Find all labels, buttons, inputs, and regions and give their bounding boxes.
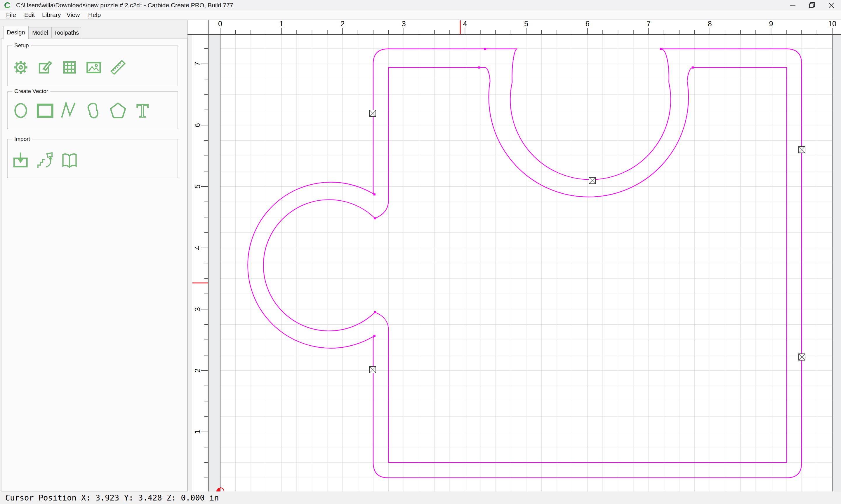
minimize-button[interactable] bbox=[783, 0, 803, 11]
close-button[interactable] bbox=[822, 0, 841, 11]
tab-model[interactable]: Model bbox=[29, 27, 52, 38]
start-point-marker[interactable] bbox=[370, 110, 376, 116]
title-bar: C C:\Users\willa\Downloads\new puzzle # … bbox=[0, 0, 841, 11]
restore-button[interactable] bbox=[803, 0, 822, 11]
text-icon: T bbox=[133, 101, 152, 120]
design-side-panel: SetupCreate VectorTImport bbox=[1, 38, 187, 491]
svg-text:1: 1 bbox=[193, 430, 202, 434]
document-edit-icon bbox=[37, 59, 53, 75]
group-label: Setup bbox=[12, 42, 31, 49]
design-canvas[interactable]: 0123456789101234567 bbox=[187, 20, 841, 491]
grid-lines bbox=[220, 34, 832, 491]
svg-text:2: 2 bbox=[341, 20, 345, 28]
rectangle-button[interactable] bbox=[36, 101, 55, 120]
vector-node-dot[interactable] bbox=[692, 67, 694, 69]
svg-text:0: 0 bbox=[218, 20, 222, 28]
job-setup-icon bbox=[13, 59, 29, 75]
import-file-icon bbox=[12, 151, 30, 169]
import-file-button[interactable] bbox=[12, 151, 30, 169]
svg-text:4: 4 bbox=[463, 20, 467, 28]
rectangle-icon bbox=[36, 101, 55, 120]
start-point-marker[interactable] bbox=[589, 177, 596, 184]
polygon-icon bbox=[109, 101, 127, 120]
polyline-button[interactable] bbox=[60, 101, 79, 120]
vertical-ruler bbox=[192, 20, 208, 491]
horizontal-ruler bbox=[187, 20, 841, 34]
background-image-icon bbox=[86, 59, 102, 75]
job-setup-button[interactable] bbox=[13, 59, 29, 75]
grid-button[interactable] bbox=[61, 59, 78, 75]
svg-text:6: 6 bbox=[585, 20, 589, 28]
start-point-marker[interactable] bbox=[799, 146, 805, 153]
svg-text:9: 9 bbox=[769, 20, 773, 28]
vector-node-dot[interactable] bbox=[374, 311, 376, 313]
polyline-icon bbox=[60, 101, 79, 120]
menu-edit[interactable]: Edit bbox=[23, 11, 36, 19]
vector-node-dot[interactable] bbox=[660, 48, 662, 50]
trace-image-icon bbox=[36, 151, 54, 169]
background-image-button[interactable] bbox=[86, 59, 102, 75]
vector-node-dot[interactable] bbox=[374, 217, 376, 219]
carbide-create-window: { "window": { "title": "C:\\Users\\willa… bbox=[0, 0, 841, 504]
menu-bar: FileEditLibraryViewHelp bbox=[0, 11, 841, 20]
group-label: Import bbox=[12, 136, 32, 142]
vector-node-dot[interactable] bbox=[478, 67, 480, 69]
text-button[interactable]: T bbox=[133, 101, 152, 120]
svg-text:2: 2 bbox=[193, 368, 202, 373]
svg-text:6: 6 bbox=[193, 123, 202, 127]
trace-image-button[interactable] bbox=[36, 151, 54, 169]
start-point-marker[interactable] bbox=[370, 367, 376, 373]
svg-text:5: 5 bbox=[193, 184, 202, 188]
tab-design[interactable]: Design bbox=[3, 26, 29, 39]
grid-icon bbox=[61, 59, 78, 75]
restore-icon bbox=[808, 1, 816, 9]
svg-text:10: 10 bbox=[828, 20, 836, 28]
polygon-button[interactable] bbox=[109, 101, 127, 120]
group-label: Create Vector bbox=[12, 88, 50, 94]
tab-toolpaths[interactable]: Toolpaths bbox=[52, 27, 81, 38]
vector-node-dot[interactable] bbox=[484, 48, 486, 50]
group-import: Import bbox=[7, 139, 178, 178]
status-bar: Cursor Position X: 3.923 Y: 3.428 Z: 0.0… bbox=[0, 491, 841, 504]
svg-text:1: 1 bbox=[279, 20, 284, 28]
start-point-marker[interactable] bbox=[799, 354, 805, 360]
vector-node-dot[interactable] bbox=[374, 335, 376, 337]
circle-button[interactable] bbox=[12, 101, 30, 120]
menu-view[interactable]: View bbox=[65, 11, 81, 19]
svg-text:4: 4 bbox=[193, 246, 202, 250]
circle-icon bbox=[12, 101, 30, 120]
document-edit-button[interactable] bbox=[37, 59, 53, 75]
cursor-position-readout: Cursor Position X: 3.923 Y: 3.428 Z: 0.0… bbox=[5, 491, 219, 504]
curve-button[interactable] bbox=[84, 101, 103, 120]
svg-text:8: 8 bbox=[708, 20, 712, 28]
curve-icon bbox=[84, 101, 103, 120]
svg-text:T: T bbox=[137, 101, 149, 120]
close-icon bbox=[827, 1, 835, 9]
window-title: C:\Users\willa\Downloads\new puzzle # 2.… bbox=[16, 0, 233, 11]
app-logo-icon: C bbox=[4, 1, 12, 10]
svg-text:3: 3 bbox=[193, 307, 202, 311]
svg-text:3: 3 bbox=[402, 20, 406, 28]
measure-button[interactable] bbox=[110, 59, 126, 75]
measure-icon bbox=[110, 59, 126, 75]
menu-library[interactable]: Library bbox=[41, 11, 62, 19]
menu-file[interactable]: File bbox=[5, 11, 17, 19]
library-button[interactable] bbox=[61, 151, 78, 169]
menu-help[interactable]: Help bbox=[87, 11, 102, 19]
vector-node-dot[interactable] bbox=[374, 193, 376, 195]
library-icon bbox=[61, 151, 78, 169]
svg-text:7: 7 bbox=[647, 20, 651, 28]
svg-text:7: 7 bbox=[193, 62, 202, 66]
svg-text:5: 5 bbox=[524, 20, 528, 28]
